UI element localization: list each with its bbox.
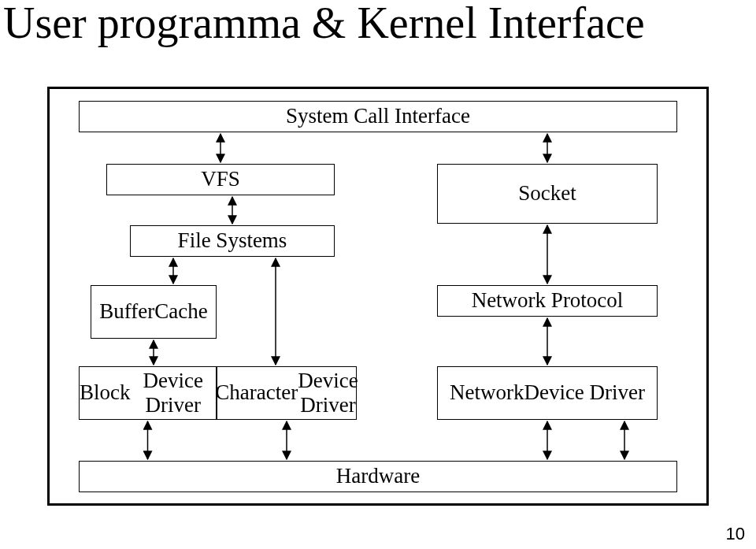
node-file-systems: File Systems xyxy=(130,225,335,257)
node-network-protocol: Network Protocol xyxy=(437,285,658,317)
node-buffer-cache: BufferCache xyxy=(91,285,217,339)
node-network-device-driver: NetworkDevice Driver xyxy=(437,366,658,420)
node-hardware: Hardware xyxy=(79,461,677,492)
page-title: User programma & Kernel Interface xyxy=(0,0,756,46)
node-socket: Socket xyxy=(437,164,658,224)
node-system-call-interface: System Call Interface xyxy=(79,101,677,132)
node-character-device-driver: CharacterDevice Driver xyxy=(217,366,357,420)
node-vfs: VFS xyxy=(106,164,335,195)
slide-number: 10 xyxy=(726,524,745,544)
node-block-device-driver: BlockDevice Driver xyxy=(79,366,217,420)
